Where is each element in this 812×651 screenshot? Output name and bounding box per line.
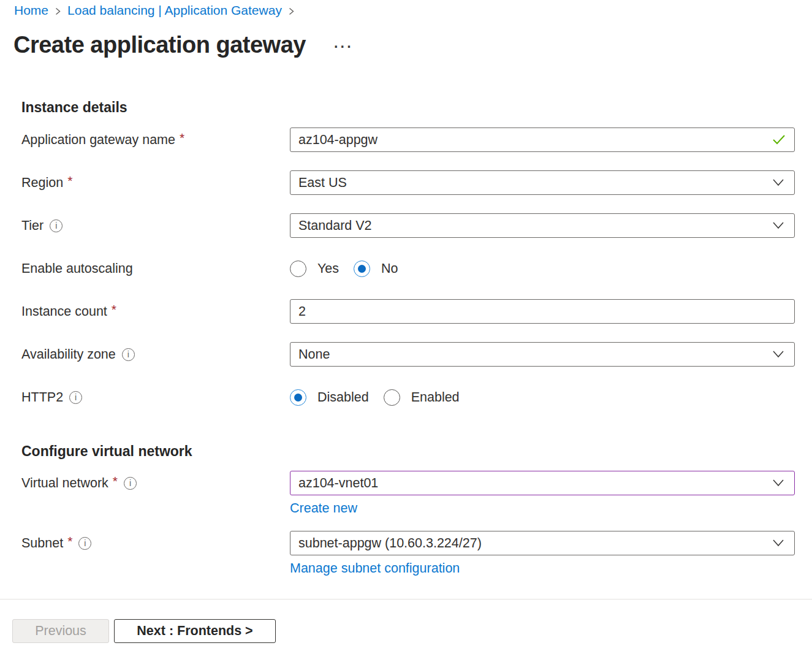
tier-select[interactable]: Standard V2 xyxy=(290,213,795,238)
radio-circle-selected-icon xyxy=(354,261,370,277)
breadcrumb: Home Load balancing | Application Gatewa… xyxy=(14,3,295,18)
subnet-label: Subnet * xyxy=(21,531,290,555)
info-icon[interactable] xyxy=(122,348,135,361)
info-icon[interactable] xyxy=(50,219,63,232)
subnet-label-text: Subnet xyxy=(21,531,63,555)
manage-subnet-configuration-link[interactable]: Manage subnet configuration xyxy=(290,560,460,576)
chevron-down-icon xyxy=(771,349,786,359)
availability-zone-select[interactable]: None xyxy=(290,342,795,367)
field-row-virtual-network: Virtual network * az104-vnet01 Create ne… xyxy=(21,471,795,516)
subnet-select[interactable]: subnet-appgw (10.60.3.224/27) xyxy=(290,531,795,555)
app-gateway-name-label-text: Application gateway name xyxy=(21,128,175,152)
radio-label: Disabled xyxy=(317,390,369,405)
required-asterisk: * xyxy=(180,126,184,150)
radio-label: Yes xyxy=(317,261,339,276)
region-selected-value: East US xyxy=(298,175,347,191)
section-heading-instance-details: Instance details xyxy=(21,99,795,116)
field-row-region: Region * East US xyxy=(21,170,795,195)
http2-radio-enabled[interactable]: Enabled xyxy=(384,389,460,406)
region-label: Region * xyxy=(21,170,290,195)
section-heading-configure-virtual-network: Configure virtual network xyxy=(21,443,795,460)
radio-circle-icon xyxy=(384,389,400,406)
instance-count-input[interactable] xyxy=(290,299,795,324)
instance-count-label-text: Instance count xyxy=(21,299,107,324)
info-icon[interactable] xyxy=(78,537,91,550)
chevron-down-icon xyxy=(771,178,786,188)
tier-label: Tier xyxy=(21,213,290,238)
required-asterisk: * xyxy=(113,469,118,493)
enable-autoscaling-label-text: Enable autoscaling xyxy=(21,256,133,281)
breadcrumb-link-home[interactable]: Home xyxy=(14,3,48,18)
more-options-button[interactable]: ··· xyxy=(334,40,354,53)
required-asterisk: * xyxy=(67,529,72,554)
http2-radio-disabled[interactable]: Disabled xyxy=(290,389,369,406)
region-select[interactable]: East US xyxy=(290,170,795,195)
next-button[interactable]: Next : Frontends > xyxy=(114,619,276,643)
http2-label-text: HTTP2 xyxy=(21,385,63,409)
field-row-availability-zone: Availability zone None xyxy=(21,342,795,367)
virtual-network-select[interactable]: az104-vnet01 xyxy=(290,471,795,495)
app-gateway-name-input[interactable] xyxy=(290,128,795,152)
chevron-down-icon xyxy=(771,538,786,548)
virtual-network-selected-value: az104-vnet01 xyxy=(298,476,378,491)
availability-zone-selected-value: None xyxy=(298,347,330,362)
virtual-network-label-text: Virtual network xyxy=(21,471,108,495)
subnet-selected-value: subnet-appgw (10.60.3.224/27) xyxy=(298,536,482,551)
virtual-network-label: Virtual network * xyxy=(21,471,290,495)
autoscaling-radio-group: Yes No xyxy=(290,256,795,281)
radio-circle-icon xyxy=(290,261,306,277)
breadcrumb-link-load-balancing[interactable]: Load balancing | Application Gateway xyxy=(67,3,282,18)
field-row-app-gateway-name: Application gateway name * xyxy=(21,128,795,152)
breadcrumb-separator-icon xyxy=(54,7,62,16)
field-row-instance-count: Instance count * xyxy=(21,299,795,324)
breadcrumb-separator-icon xyxy=(287,7,295,16)
create-new-link[interactable]: Create new xyxy=(290,500,357,516)
http2-label: HTTP2 xyxy=(21,385,290,409)
tier-label-text: Tier xyxy=(21,213,44,238)
availability-zone-label: Availability zone xyxy=(21,342,290,367)
create-appgw-form: Instance details Application gateway nam… xyxy=(21,99,795,576)
previous-button[interactable]: Previous xyxy=(12,619,109,643)
field-row-subnet: Subnet * subnet-appgw (10.60.3.224/27) M… xyxy=(21,531,795,576)
required-asterisk: * xyxy=(67,169,72,193)
http2-radio-group: Disabled Enabled xyxy=(290,385,795,409)
radio-label: Enabled xyxy=(411,390,460,405)
field-row-enable-autoscaling: Enable autoscaling Yes No xyxy=(21,256,795,281)
valid-checkmark-icon xyxy=(772,134,787,146)
radio-label: No xyxy=(381,261,398,276)
page-header: Create application gateway ··· xyxy=(13,30,354,59)
footer-buttons: Previous Next : Frontends > xyxy=(12,619,276,643)
region-label-text: Region xyxy=(21,170,63,195)
autoscaling-radio-no[interactable]: No xyxy=(354,261,398,277)
tier-selected-value: Standard V2 xyxy=(298,218,372,234)
availability-zone-label-text: Availability zone xyxy=(21,342,116,367)
enable-autoscaling-label: Enable autoscaling xyxy=(21,256,290,281)
required-asterisk: * xyxy=(112,297,116,322)
field-row-http2: HTTP2 Disabled Enabled xyxy=(21,385,795,409)
info-icon[interactable] xyxy=(69,391,82,404)
field-row-tier: Tier Standard V2 xyxy=(21,213,795,238)
page-title: Create application gateway xyxy=(13,30,306,59)
autoscaling-radio-yes[interactable]: Yes xyxy=(290,261,339,277)
chevron-down-icon xyxy=(771,221,786,230)
app-gateway-name-label: Application gateway name * xyxy=(21,128,290,152)
info-icon[interactable] xyxy=(124,477,137,490)
footer-divider xyxy=(0,599,812,600)
instance-count-label: Instance count * xyxy=(21,299,290,324)
chevron-down-icon xyxy=(771,478,786,488)
radio-circle-selected-icon xyxy=(290,389,306,406)
